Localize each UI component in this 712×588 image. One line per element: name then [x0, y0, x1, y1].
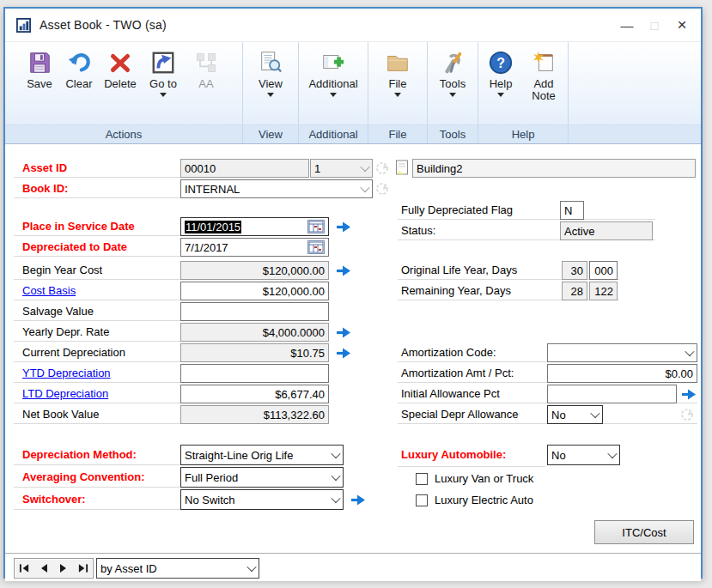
view-document-icon [258, 47, 283, 78]
cost-basis-field[interactable]: $120,000.00 [180, 282, 329, 300]
itc-cost-button[interactable]: ITC/Cost [594, 520, 694, 544]
initial-allowance-label: Initial Allowance Pct [401, 385, 500, 403]
begin-year-cost-expansion-button[interactable] [334, 262, 353, 279]
row-separator [14, 382, 182, 383]
remaining-years-field: 28 [562, 282, 587, 300]
view-button[interactable]: View [246, 47, 295, 100]
amortization-code-combo[interactable] [547, 343, 697, 362]
group-label-file: File [368, 124, 427, 143]
clear-button[interactable]: Clear [59, 47, 99, 90]
row-separator [14, 320, 182, 321]
initial-allowance-field[interactable] [547, 385, 677, 403]
asset-suffix-combo[interactable]: 1 [310, 159, 373, 178]
special-depr-combo[interactable]: No [547, 405, 603, 424]
file-dropdown-icon[interactable] [394, 93, 401, 100]
additional-button[interactable]: Additional [301, 47, 365, 100]
folder-icon [385, 47, 411, 78]
help-button[interactable]: ? Help [480, 47, 521, 100]
maximize-button[interactable]: □ [641, 12, 668, 38]
help-dropdown-icon[interactable] [497, 93, 504, 100]
book-id-label: Book ID: [22, 179, 68, 198]
group-label-actions: Actions [5, 124, 242, 143]
form-area: Asset ID 00010 1 Building2 Book ID: INTE… [5, 144, 701, 581]
file-button[interactable]: File [374, 47, 422, 100]
note-star-icon [531, 47, 557, 78]
depreciation-method-combo[interactable]: Straight-Line Orig Life [180, 445, 344, 465]
initial-allowance-expansion-button[interactable] [679, 385, 698, 403]
tools-wrench-icon [440, 47, 466, 78]
yearly-depr-rate-expansion-button[interactable] [334, 324, 353, 341]
place-in-service-label: Place in Service Date [22, 217, 135, 236]
switchover-combo[interactable]: No Switch [180, 489, 344, 510]
row-separator [14, 403, 182, 403]
averaging-convention-label: Averaging Convention: [22, 468, 145, 487]
last-record-button[interactable] [75, 561, 92, 576]
close-button[interactable]: × [668, 12, 696, 38]
net-book-value-label: Net Book Value [22, 405, 99, 424]
chevron-down-icon [360, 183, 369, 192]
sort-by-combo[interactable]: by Asset ID [96, 558, 259, 579]
next-record-button[interactable] [55, 561, 72, 576]
goto-dropdown-icon[interactable] [160, 93, 167, 100]
averaging-convention-combo[interactable]: Full Period [180, 467, 344, 488]
ytd-depreciation-field[interactable] [180, 364, 329, 383]
current-depreciation-expansion-button[interactable] [334, 344, 353, 361]
row-separator [14, 177, 182, 178]
remaining-life-label: Remaining Year, Days [401, 282, 511, 300]
row-separator [398, 466, 545, 467]
undo-arrow-icon [66, 47, 92, 78]
fully-depreciated-field: N [560, 201, 584, 220]
group-label-tools: Tools [428, 124, 478, 143]
chevron-down-icon [331, 471, 340, 481]
row-separator [14, 235, 182, 236]
switchover-expansion-button[interactable] [349, 491, 368, 508]
add-note-button[interactable]: Add Note [521, 47, 566, 101]
ltd-depreciation-link[interactable]: LTD Depreciation [22, 385, 108, 403]
save-button[interactable]: Save [20, 47, 59, 90]
asset-id-label: Asset ID [22, 159, 67, 178]
group-label-view: View [243, 124, 298, 143]
previous-record-button[interactable] [35, 561, 52, 576]
group-label-additional: Additional [299, 124, 368, 143]
place-in-service-field[interactable]: 11/01/2015 [180, 217, 329, 236]
calendar-icon[interactable] [307, 240, 325, 254]
luxury-electric-checkbox[interactable] [416, 494, 428, 506]
amortization-code-label: Amortization Code: [401, 343, 496, 362]
luxury-electric-label: Luxury Electric Auto [435, 491, 533, 510]
yearly-depr-rate-field: $4,000.0000 [180, 323, 329, 342]
tools-dropdown-icon[interactable] [449, 93, 456, 100]
book-id-combo[interactable]: INTERNAL [180, 179, 373, 198]
yearly-depr-rate-label: Yearly Depr. Rate [22, 323, 109, 342]
save-floppy-icon [27, 47, 52, 78]
place-in-service-expansion-button[interactable] [334, 218, 353, 235]
goto-button[interactable]: Go to [142, 47, 185, 100]
toolbar-group-view: View View [243, 42, 299, 143]
additional-dropdown-icon[interactable] [330, 93, 337, 100]
delete-x-icon [107, 47, 133, 78]
status-label: Status: [401, 221, 435, 240]
ytd-depreciation-link[interactable]: YTD Depreciation [22, 364, 111, 383]
row-separator [14, 279, 182, 280]
window-title: Asset Book - TWO (sa) [40, 18, 167, 32]
calendar-icon[interactable] [307, 220, 325, 233]
chevron-down-icon [607, 449, 617, 458]
salvage-value-field[interactable] [180, 302, 329, 321]
cost-basis-link[interactable]: Cost Basis [22, 282, 76, 300]
delete-button[interactable]: Delete [99, 47, 142, 90]
luxury-van-checkbox[interactable] [416, 473, 428, 485]
tools-button[interactable]: Tools [430, 47, 475, 100]
row-separator [14, 341, 182, 342]
minimize-button[interactable]: — [613, 12, 641, 38]
luxury-auto-combo[interactable]: No [547, 445, 620, 465]
depreciated-to-label: Depreciated to Date [22, 238, 127, 257]
amortization-amt-field[interactable]: $0.00 [547, 364, 697, 383]
original-life-days-field[interactable]: 000 [589, 261, 618, 280]
luxury-van-label: Luxury Van or Truck [435, 470, 533, 488]
view-dropdown-icon[interactable] [267, 93, 274, 100]
ltd-depreciation-field[interactable]: $6,677.40 [180, 385, 329, 403]
help-question-icon: ? [488, 47, 514, 78]
note-button[interactable] [393, 159, 411, 176]
first-record-button[interactable] [15, 561, 33, 576]
depreciated-to-field[interactable]: 7/1/2017 [180, 238, 329, 257]
row-separator [398, 219, 655, 220]
